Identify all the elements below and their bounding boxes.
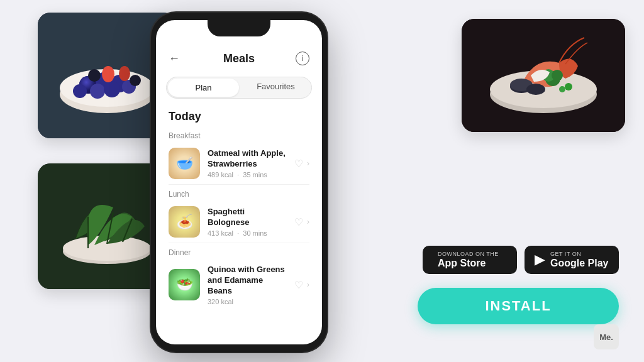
meal-image-quinoa: 🥗	[169, 269, 200, 300]
phone-mockup: ← Meals i Plan Favourites Today Breakfas…	[151, 13, 327, 352]
playstore-button[interactable]: ▶ GET IT ON Google Play	[525, 246, 619, 274]
meal-actions-dinner: ♡ ›	[294, 279, 309, 291]
svg-point-30	[565, 83, 572, 90]
svg-point-29	[552, 70, 563, 81]
tab-plan[interactable]: Plan	[168, 79, 239, 97]
install-button[interactable]: INSTALL	[418, 288, 619, 324]
appstore-text: Download on the App Store	[438, 251, 499, 269]
meal-name-dinner: Quinoa with Greens and Edamame Beans	[208, 265, 287, 297]
meal-name-lunch: Spaghetti Bolognese	[208, 207, 287, 228]
svg-point-13	[102, 66, 114, 82]
meal-info-dinner: Quinoa with Greens and Edamame Beans 320…	[208, 265, 287, 305]
svg-point-7	[90, 84, 105, 99]
meal-item-dinner[interactable]: 🥗 Quinoa with Greens and Edamame Beans 3…	[156, 260, 322, 310]
meal-item-lunch[interactable]: 🍝 Spaghetti Bolognese 413 kcal · 30 mins…	[156, 201, 322, 243]
meal-image-pasta: 🍝	[169, 206, 200, 238]
svg-point-8	[104, 81, 120, 97]
svg-point-14	[119, 66, 130, 81]
appstore-main-label: App Store	[438, 257, 499, 269]
meal-actions-breakfast: ♡ ›	[294, 158, 309, 170]
category-breakfast: Breakfast	[156, 126, 322, 143]
svg-point-31	[559, 86, 565, 92]
seafood-image	[462, 19, 625, 132]
meal-info-breakfast: Oatmeal with Apple, Strawberries 489 kca…	[208, 148, 287, 178]
appstore-sub-label: Download on the	[438, 251, 499, 257]
chevron-icon-lunch: ›	[307, 217, 309, 226]
meal-item-breakfast[interactable]: 🥣 Oatmeal with Apple, Strawberries 489 k…	[156, 143, 322, 184]
category-dinner: Dinner	[156, 243, 322, 260]
back-button[interactable]: ←	[169, 52, 180, 65]
svg-point-12	[130, 75, 141, 86]
chevron-icon-dinner: ›	[307, 280, 309, 289]
playstore-text: GET IT ON Google Play	[550, 251, 608, 269]
section-today: Today	[156, 104, 322, 126]
svg-point-11	[88, 69, 101, 82]
svg-point-10	[73, 84, 87, 98]
svg-point-26	[526, 84, 545, 95]
appstore-button[interactable]: Download on the App Store	[423, 246, 517, 274]
app-title: Meals	[223, 52, 255, 65]
heart-icon-dinner[interactable]: ♡	[294, 279, 303, 291]
tab-favourites[interactable]: Favourites	[240, 77, 311, 98]
meal-tabs: Plan Favourites	[166, 77, 312, 99]
heart-icon-breakfast[interactable]: ♡	[294, 158, 303, 170]
info-button[interactable]: i	[296, 52, 309, 65]
meal-meta-dinner: 320 kcal	[208, 298, 287, 305]
playstore-main-label: Google Play	[550, 257, 608, 269]
me-logo: Me.	[594, 324, 619, 349]
phone-screen: ← Meals i Plan Favourites Today Breakfas…	[156, 20, 322, 344]
playstore-sub-label: GET IT ON	[550, 251, 608, 257]
meal-info-lunch: Spaghetti Bolognese 413 kcal · 30 mins	[208, 207, 287, 237]
meal-name-breakfast: Oatmeal with Apple, Strawberries	[208, 148, 287, 170]
meal-image-oatmeal: 🥣	[169, 148, 200, 179]
store-buttons: Download on the App Store ▶ GET IT ON Go…	[423, 246, 619, 274]
meal-meta-breakfast: 489 kcal · 35 mins	[208, 171, 287, 178]
category-lunch: Lunch	[156, 185, 322, 201]
meal-actions-lunch: ♡ ›	[294, 216, 309, 228]
meal-meta-lunch: 413 kcal · 30 mins	[208, 229, 287, 237]
chevron-icon-breakfast: ›	[307, 159, 309, 168]
heart-icon-lunch[interactable]: ♡	[294, 216, 303, 228]
phone-notch	[208, 20, 270, 36]
play-icon: ▶	[535, 251, 545, 268]
